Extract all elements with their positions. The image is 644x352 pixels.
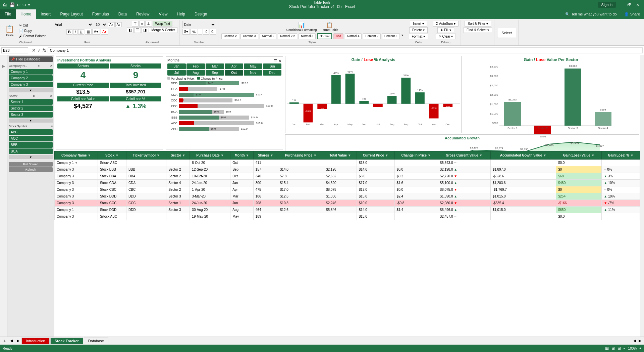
col-filter-glv[interactable]: ▼	[591, 153, 595, 157]
sector-clear-icon[interactable]: ✕	[50, 94, 53, 98]
table-row[interactable]: Company 1 Stock DDD DDD Sector 3 30-Aug-…	[55, 207, 640, 213]
decrease-decimal-button[interactable]: 0.	[210, 29, 216, 35]
scroll-left-btn[interactable]: ◀	[632, 338, 637, 344]
confirm-formula-button[interactable]: ✓	[37, 48, 41, 53]
vertical-scrollbar[interactable]	[640, 55, 644, 337]
percent3-style[interactable]: Percent 3	[382, 33, 400, 39]
month-aug[interactable]: Aug	[186, 70, 205, 76]
stock-filter-icon[interactable]: ≡	[51, 125, 53, 128]
col-ticker[interactable]: Ticker Symbol ▼	[126, 151, 166, 160]
align-right-button[interactable]: ◨	[142, 27, 148, 33]
cut-button[interactable]: ✂ Cut	[17, 23, 48, 28]
col-sector[interactable]: Sector ▼	[166, 151, 190, 160]
col-filter-shares[interactable]: ▼	[270, 153, 273, 157]
increase-decimal-button[interactable]: .0	[203, 29, 209, 35]
number-format-select[interactable]: Date	[182, 21, 216, 28]
comma3-style[interactable]: Comma 3	[240, 33, 258, 39]
table-row[interactable]: Company 3 Stock CCC CCC Sector 1 24-Jun-…	[55, 200, 640, 207]
stock-scroll-down[interactable]: ▼	[9, 155, 53, 159]
percent-button[interactable]: %	[191, 29, 197, 35]
bold-button[interactable]: B	[66, 29, 72, 35]
month-jul[interactable]: Jul	[167, 70, 186, 76]
sidebar-sector-1[interactable]: Sector 1	[9, 99, 53, 105]
sidebar-stock-bca[interactable]: BCA	[9, 148, 53, 154]
month-sep[interactable]: Sep	[206, 70, 224, 76]
bad-style[interactable]: Bad	[333, 33, 343, 39]
formula-content[interactable]	[48, 47, 643, 53]
table-row[interactable]: Company 3 Stock DBA DBA Sector 2 10-Oct-…	[55, 173, 640, 180]
sheet-nav-left[interactable]: ◀	[8, 338, 15, 344]
font-size-select[interactable]: 10	[94, 21, 107, 28]
col-filter-cp[interactable]: ▼	[385, 153, 388, 157]
col-gross-current[interactable]: Gross Current Value ▼	[438, 151, 490, 160]
tab-review[interactable]: Review	[131, 9, 154, 19]
table-row[interactable]: Company 3 Stock BBB BBB Sector 2 12-Sep-…	[55, 166, 640, 173]
col-accum-growth[interactable]: Accumulated Gowth Value ▼	[490, 151, 556, 160]
select-button[interactable]: Select	[497, 28, 516, 38]
format-painter-button[interactable]: 🖌 Format Painter	[17, 34, 48, 39]
tab-file[interactable]: File	[0, 9, 16, 19]
quick-access-redo[interactable]: ↪	[22, 2, 26, 7]
decrease-font-button[interactable]: A↓	[115, 22, 122, 27]
col-purchase-date[interactable]: Purchase Date ▼	[190, 151, 230, 160]
month-mar[interactable]: Mar	[206, 63, 224, 69]
align-top-button[interactable]: ⊤	[132, 21, 139, 27]
search-box[interactable]: 🔍 Tell me what you want to do	[562, 9, 620, 19]
quick-access-save[interactable]: 💾	[9, 2, 15, 7]
sheet-nav-right[interactable]: ▶	[15, 338, 21, 344]
clear-button[interactable]: ✕ Clear ▾	[436, 34, 456, 39]
wrap-text-button[interactable]: Wrap Text	[153, 21, 172, 27]
row-expand[interactable]: ▶	[1, 63, 6, 69]
scroll-right-btn[interactable]: ▶	[637, 338, 643, 344]
col-filter-stock[interactable]: ▼	[115, 153, 119, 157]
page-layout-btn[interactable]: ⊞	[611, 346, 615, 351]
col-filter-tv[interactable]: ▼	[348, 153, 351, 157]
insert-function-button[interactable]: fx	[43, 48, 46, 53]
company-clear-icon[interactable]: ✕	[50, 64, 53, 68]
quick-access-dropdown[interactable]: ▾	[28, 3, 30, 7]
col-gainlose-pct[interactable]: Gain(Lose) % ▼	[602, 151, 640, 160]
tab-view[interactable]: View	[154, 9, 172, 19]
currency-button[interactable]: $▾	[182, 29, 190, 35]
table-row[interactable]: Company 3 Srtock ABC 19-May-20 May 189 $…	[55, 213, 640, 220]
normal22-style[interactable]: Normal 2 2	[278, 33, 297, 39]
month-nov[interactable]: Nov	[244, 70, 262, 76]
sort-filter-button[interactable]: Sort & Filter ▾	[465, 21, 491, 27]
format-table-button[interactable]: 📋 Format Table	[319, 21, 340, 33]
comma-button[interactable]: ,	[198, 29, 202, 35]
paste-button[interactable]: 📋 Paste	[3, 24, 16, 38]
conditional-formatting-button[interactable]: 📊 Conditional Formatting	[285, 21, 319, 33]
tab-design[interactable]: Design	[190, 9, 212, 19]
format-button[interactable]: Format ▾	[409, 34, 428, 39]
font-color-button[interactable]: A▾	[101, 29, 108, 35]
refresh-button[interactable]: Refresh	[9, 167, 53, 172]
page-break-btn[interactable]: ⊟	[618, 346, 621, 351]
delete-button[interactable]: Delete ▾	[409, 27, 428, 33]
tab-help[interactable]: Help	[172, 9, 190, 19]
cancel-formula-button[interactable]: ✕	[32, 48, 36, 53]
month-may[interactable]: May	[244, 63, 262, 69]
month-jan[interactable]: Jan	[167, 63, 186, 69]
col-shares[interactable]: Shares ▼	[253, 151, 278, 160]
table-row[interactable]: Company 3 Stock DDD DDD Sector 3 3-Mar-2…	[55, 193, 640, 200]
tab-stock-tracker[interactable]: Stock Tracker	[50, 338, 83, 344]
normal2-style[interactable]: Normal 2	[260, 33, 277, 39]
sector-filter-icon[interactable]: ≡	[33, 94, 35, 98]
increase-font-button[interactable]: A↑	[108, 22, 115, 27]
find-select-button[interactable]: Find & Select ▾	[464, 27, 492, 33]
data-table-area[interactable]: Company Name ▼ Stock ▼ Ticker Symbol ▼ S…	[54, 151, 640, 337]
align-center-button[interactable]: ☰	[134, 27, 141, 33]
col-current-price[interactable]: Current Price ▼	[357, 151, 394, 160]
insert-button[interactable]: Insert ▾	[410, 21, 427, 27]
col-purchasing-price[interactable]: Purchasing Price ▼	[278, 151, 324, 160]
month-oct[interactable]: Oct	[225, 70, 243, 76]
month-apr[interactable]: Apr	[225, 63, 243, 69]
normal-view-btn[interactable]: ▦	[605, 346, 609, 351]
copy-button[interactable]: 📄 Copy	[17, 28, 48, 33]
sidebar-stock-acc[interactable]: ACC	[9, 136, 53, 141]
normal3-style[interactable]: Normal 3	[299, 33, 316, 39]
month-jun[interactable]: Jun	[263, 63, 281, 69]
sidebar-company-2[interactable]: Company 2	[9, 75, 53, 81]
tab-home[interactable]: Home	[16, 9, 36, 19]
sidebar-company-1[interactable]: Company 1	[9, 69, 53, 75]
